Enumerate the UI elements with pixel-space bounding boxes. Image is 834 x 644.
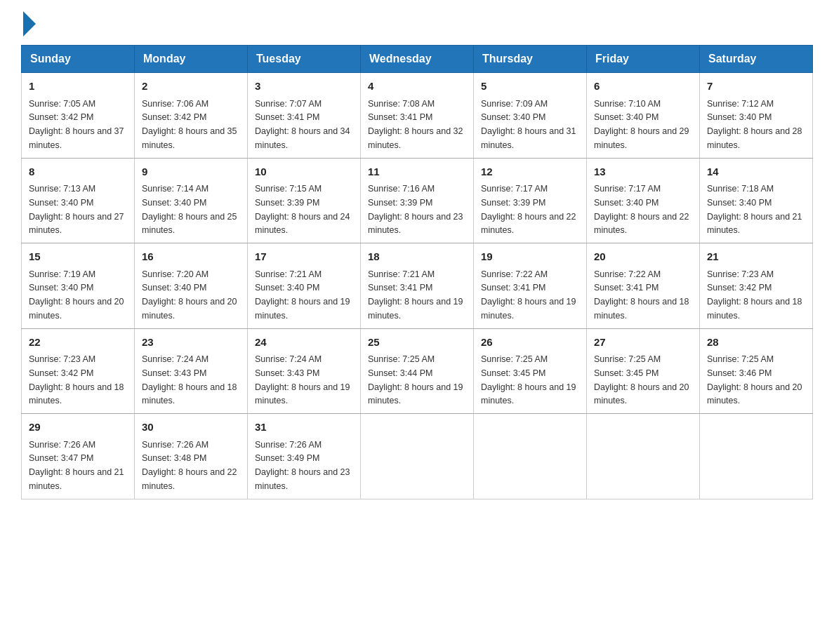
day-cell: 12Sunrise: 7:17 AMSunset: 3:39 PMDayligh… — [474, 158, 587, 243]
day-number: 28 — [707, 335, 805, 351]
day-cell — [474, 414, 587, 499]
day-info: Sunrise: 7:13 AMSunset: 3:40 PMDaylight:… — [29, 184, 124, 235]
day-number: 16 — [142, 249, 240, 265]
column-header-friday: Friday — [587, 46, 700, 73]
day-cell: 15Sunrise: 7:19 AMSunset: 3:40 PMDayligh… — [22, 243, 135, 329]
week-row-2: 8Sunrise: 7:13 AMSunset: 3:40 PMDaylight… — [22, 158, 813, 243]
day-number: 9 — [142, 164, 240, 180]
day-info: Sunrise: 7:16 AMSunset: 3:39 PMDaylight:… — [368, 184, 463, 235]
day-info: Sunrise: 7:20 AMSunset: 3:40 PMDaylight:… — [142, 269, 237, 321]
day-cell: 18Sunrise: 7:21 AMSunset: 3:41 PMDayligh… — [361, 243, 474, 329]
day-cell: 6Sunrise: 7:10 AMSunset: 3:40 PMDaylight… — [587, 73, 700, 159]
week-row-4: 22Sunrise: 7:23 AMSunset: 3:42 PMDayligh… — [22, 328, 813, 414]
day-cell: 16Sunrise: 7:20 AMSunset: 3:40 PMDayligh… — [135, 243, 248, 329]
day-cell: 14Sunrise: 7:18 AMSunset: 3:40 PMDayligh… — [700, 158, 813, 243]
day-info: Sunrise: 7:09 AMSunset: 3:40 PMDaylight:… — [481, 99, 576, 150]
day-number: 12 — [481, 164, 579, 180]
day-cell: 4Sunrise: 7:08 AMSunset: 3:41 PMDaylight… — [361, 73, 474, 159]
logo-arrow-icon — [23, 11, 36, 36]
day-number: 4 — [368, 79, 466, 95]
day-number: 22 — [29, 335, 127, 351]
day-info: Sunrise: 7:24 AMSunset: 3:43 PMDaylight:… — [255, 354, 350, 405]
day-info: Sunrise: 7:26 AMSunset: 3:49 PMDaylight:… — [255, 440, 350, 491]
day-info: Sunrise: 7:25 AMSunset: 3:45 PMDaylight:… — [481, 354, 576, 405]
day-number: 19 — [481, 249, 579, 265]
week-row-3: 15Sunrise: 7:19 AMSunset: 3:40 PMDayligh… — [22, 243, 813, 329]
column-header-wednesday: Wednesday — [361, 46, 474, 73]
day-number: 11 — [368, 164, 466, 180]
day-number: 1 — [29, 79, 127, 95]
day-number: 20 — [594, 249, 692, 265]
day-info: Sunrise: 7:06 AMSunset: 3:42 PMDaylight:… — [142, 99, 237, 150]
day-info: Sunrise: 7:26 AMSunset: 3:48 PMDaylight:… — [142, 440, 237, 491]
day-number: 10 — [255, 164, 353, 180]
day-info: Sunrise: 7:12 AMSunset: 3:40 PMDaylight:… — [707, 99, 802, 150]
day-cell: 7Sunrise: 7:12 AMSunset: 3:40 PMDaylight… — [700, 73, 813, 159]
day-number: 17 — [255, 249, 353, 265]
column-header-saturday: Saturday — [700, 46, 813, 73]
day-number: 18 — [368, 249, 466, 265]
day-cell: 10Sunrise: 7:15 AMSunset: 3:39 PMDayligh… — [248, 158, 361, 243]
day-cell: 3Sunrise: 7:07 AMSunset: 3:41 PMDaylight… — [248, 73, 361, 159]
day-info: Sunrise: 7:24 AMSunset: 3:43 PMDaylight:… — [142, 354, 237, 405]
day-info: Sunrise: 7:26 AMSunset: 3:47 PMDaylight:… — [29, 440, 124, 491]
day-cell: 9Sunrise: 7:14 AMSunset: 3:40 PMDaylight… — [135, 158, 248, 243]
day-info: Sunrise: 7:21 AMSunset: 3:41 PMDaylight:… — [368, 269, 463, 321]
day-cell: 2Sunrise: 7:06 AMSunset: 3:42 PMDaylight… — [135, 73, 248, 159]
day-number: 30 — [142, 420, 240, 436]
day-info: Sunrise: 7:14 AMSunset: 3:40 PMDaylight:… — [142, 184, 237, 235]
day-number: 24 — [255, 335, 353, 351]
day-cell: 27Sunrise: 7:25 AMSunset: 3:45 PMDayligh… — [587, 328, 700, 414]
day-info: Sunrise: 7:23 AMSunset: 3:42 PMDaylight:… — [29, 354, 124, 405]
column-header-monday: Monday — [135, 46, 248, 73]
day-cell: 28Sunrise: 7:25 AMSunset: 3:46 PMDayligh… — [700, 328, 813, 414]
column-header-tuesday: Tuesday — [248, 46, 361, 73]
day-info: Sunrise: 7:22 AMSunset: 3:41 PMDaylight:… — [481, 269, 576, 321]
day-cell: 13Sunrise: 7:17 AMSunset: 3:40 PMDayligh… — [587, 158, 700, 243]
day-number: 13 — [594, 164, 692, 180]
day-info: Sunrise: 7:23 AMSunset: 3:42 PMDaylight:… — [707, 269, 802, 321]
day-info: Sunrise: 7:18 AMSunset: 3:40 PMDaylight:… — [707, 184, 802, 235]
day-cell: 26Sunrise: 7:25 AMSunset: 3:45 PMDayligh… — [474, 328, 587, 414]
day-cell: 25Sunrise: 7:25 AMSunset: 3:44 PMDayligh… — [361, 328, 474, 414]
day-number: 26 — [481, 335, 579, 351]
day-cell: 11Sunrise: 7:16 AMSunset: 3:39 PMDayligh… — [361, 158, 474, 243]
day-number: 5 — [481, 79, 579, 95]
day-info: Sunrise: 7:25 AMSunset: 3:44 PMDaylight:… — [368, 354, 463, 405]
logo — [21, 14, 36, 31]
day-cell — [700, 414, 813, 499]
day-number: 7 — [707, 79, 805, 95]
day-info: Sunrise: 7:07 AMSunset: 3:41 PMDaylight:… — [255, 99, 350, 150]
day-cell: 22Sunrise: 7:23 AMSunset: 3:42 PMDayligh… — [22, 328, 135, 414]
day-cell: 29Sunrise: 7:26 AMSunset: 3:47 PMDayligh… — [22, 414, 135, 499]
calendar-table: SundayMondayTuesdayWednesdayThursdayFrid… — [21, 45, 813, 499]
day-info: Sunrise: 7:17 AMSunset: 3:40 PMDaylight:… — [594, 184, 689, 235]
day-info: Sunrise: 7:05 AMSunset: 3:42 PMDaylight:… — [29, 99, 124, 150]
day-cell: 20Sunrise: 7:22 AMSunset: 3:41 PMDayligh… — [587, 243, 700, 329]
day-number: 6 — [594, 79, 692, 95]
day-number: 25 — [368, 335, 466, 351]
day-number: 15 — [29, 249, 127, 265]
day-cell: 21Sunrise: 7:23 AMSunset: 3:42 PMDayligh… — [700, 243, 813, 329]
day-cell: 1Sunrise: 7:05 AMSunset: 3:42 PMDaylight… — [22, 73, 135, 159]
day-info: Sunrise: 7:15 AMSunset: 3:39 PMDaylight:… — [255, 184, 350, 235]
day-number: 8 — [29, 164, 127, 180]
day-number: 29 — [29, 420, 127, 436]
day-info: Sunrise: 7:25 AMSunset: 3:45 PMDaylight:… — [594, 354, 689, 405]
day-cell — [587, 414, 700, 499]
day-info: Sunrise: 7:10 AMSunset: 3:40 PMDaylight:… — [594, 99, 689, 150]
day-info: Sunrise: 7:19 AMSunset: 3:40 PMDaylight:… — [29, 269, 124, 321]
day-cell: 24Sunrise: 7:24 AMSunset: 3:43 PMDayligh… — [248, 328, 361, 414]
day-info: Sunrise: 7:25 AMSunset: 3:46 PMDaylight:… — [707, 354, 802, 405]
day-number: 3 — [255, 79, 353, 95]
day-info: Sunrise: 7:22 AMSunset: 3:41 PMDaylight:… — [594, 269, 689, 321]
day-info: Sunrise: 7:21 AMSunset: 3:40 PMDaylight:… — [255, 269, 350, 321]
day-cell: 31Sunrise: 7:26 AMSunset: 3:49 PMDayligh… — [248, 414, 361, 499]
page-header — [21, 14, 813, 31]
day-number: 23 — [142, 335, 240, 351]
day-cell: 8Sunrise: 7:13 AMSunset: 3:40 PMDaylight… — [22, 158, 135, 243]
day-number: 14 — [707, 164, 805, 180]
day-number: 31 — [255, 420, 353, 436]
day-number: 2 — [142, 79, 240, 95]
day-number: 27 — [594, 335, 692, 351]
